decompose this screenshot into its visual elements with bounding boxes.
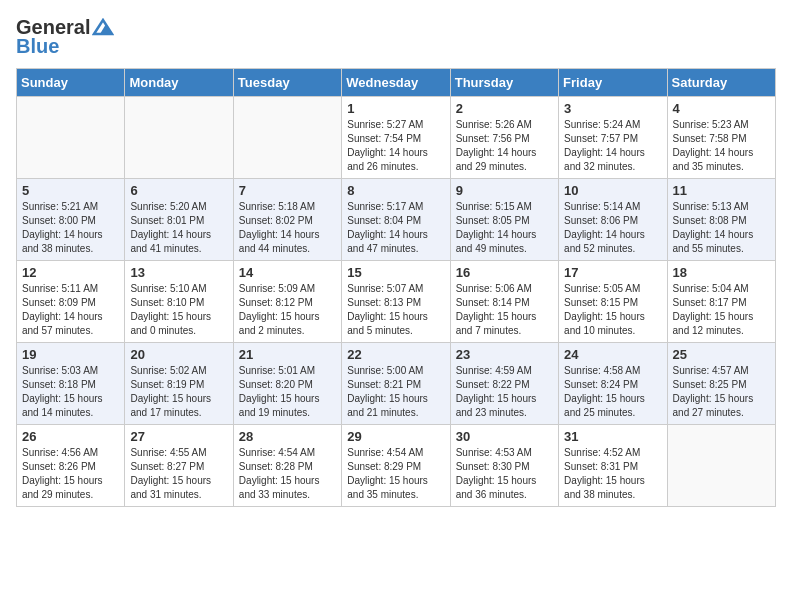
calendar-cell: 26Sunrise: 4:56 AMSunset: 8:26 PMDayligh… [17,425,125,507]
day-number: 9 [456,183,553,198]
day-number: 17 [564,265,661,280]
calendar-cell: 24Sunrise: 4:58 AMSunset: 8:24 PMDayligh… [559,343,667,425]
day-info: Sunrise: 5:00 AMSunset: 8:21 PMDaylight:… [347,364,444,420]
day-number: 27 [130,429,227,444]
weekday-header: Monday [125,69,233,97]
weekday-header: Thursday [450,69,558,97]
calendar-cell: 2Sunrise: 5:26 AMSunset: 7:56 PMDaylight… [450,97,558,179]
calendar-cell: 14Sunrise: 5:09 AMSunset: 8:12 PMDayligh… [233,261,341,343]
day-info: Sunrise: 5:21 AMSunset: 8:00 PMDaylight:… [22,200,119,256]
calendar-table: SundayMondayTuesdayWednesdayThursdayFrid… [16,68,776,507]
day-number: 1 [347,101,444,116]
day-info: Sunrise: 5:15 AMSunset: 8:05 PMDaylight:… [456,200,553,256]
day-info: Sunrise: 5:10 AMSunset: 8:10 PMDaylight:… [130,282,227,338]
day-number: 2 [456,101,553,116]
day-number: 19 [22,347,119,362]
day-info: Sunrise: 4:56 AMSunset: 8:26 PMDaylight:… [22,446,119,502]
day-number: 21 [239,347,336,362]
day-info: Sunrise: 5:27 AMSunset: 7:54 PMDaylight:… [347,118,444,174]
calendar-cell: 19Sunrise: 5:03 AMSunset: 8:18 PMDayligh… [17,343,125,425]
calendar-cell: 28Sunrise: 4:54 AMSunset: 8:28 PMDayligh… [233,425,341,507]
day-number: 3 [564,101,661,116]
weekday-header: Wednesday [342,69,450,97]
calendar-cell: 18Sunrise: 5:04 AMSunset: 8:17 PMDayligh… [667,261,775,343]
calendar-week-row: 1Sunrise: 5:27 AMSunset: 7:54 PMDaylight… [17,97,776,179]
calendar-cell: 23Sunrise: 4:59 AMSunset: 8:22 PMDayligh… [450,343,558,425]
calendar-cell: 31Sunrise: 4:52 AMSunset: 8:31 PMDayligh… [559,425,667,507]
day-number: 26 [22,429,119,444]
day-number: 8 [347,183,444,198]
day-info: Sunrise: 5:09 AMSunset: 8:12 PMDaylight:… [239,282,336,338]
day-info: Sunrise: 5:24 AMSunset: 7:57 PMDaylight:… [564,118,661,174]
day-info: Sunrise: 4:59 AMSunset: 8:22 PMDaylight:… [456,364,553,420]
day-number: 10 [564,183,661,198]
day-number: 20 [130,347,227,362]
day-info: Sunrise: 5:04 AMSunset: 8:17 PMDaylight:… [673,282,770,338]
day-number: 4 [673,101,770,116]
calendar-cell: 29Sunrise: 4:54 AMSunset: 8:29 PMDayligh… [342,425,450,507]
day-info: Sunrise: 4:58 AMSunset: 8:24 PMDaylight:… [564,364,661,420]
calendar-cell: 3Sunrise: 5:24 AMSunset: 7:57 PMDaylight… [559,97,667,179]
logo: General Blue [16,16,114,58]
logo-blue: Blue [16,35,59,58]
day-number: 22 [347,347,444,362]
day-number: 14 [239,265,336,280]
logo-icon [92,18,114,36]
calendar-cell: 11Sunrise: 5:13 AMSunset: 8:08 PMDayligh… [667,179,775,261]
calendar-week-row: 19Sunrise: 5:03 AMSunset: 8:18 PMDayligh… [17,343,776,425]
calendar-cell: 30Sunrise: 4:53 AMSunset: 8:30 PMDayligh… [450,425,558,507]
day-number: 11 [673,183,770,198]
calendar-cell: 16Sunrise: 5:06 AMSunset: 8:14 PMDayligh… [450,261,558,343]
day-number: 15 [347,265,444,280]
calendar-cell: 12Sunrise: 5:11 AMSunset: 8:09 PMDayligh… [17,261,125,343]
page-header: General Blue [16,16,776,58]
calendar-cell: 15Sunrise: 5:07 AMSunset: 8:13 PMDayligh… [342,261,450,343]
calendar-cell: 13Sunrise: 5:10 AMSunset: 8:10 PMDayligh… [125,261,233,343]
day-info: Sunrise: 5:01 AMSunset: 8:20 PMDaylight:… [239,364,336,420]
weekday-header: Sunday [17,69,125,97]
calendar-cell: 5Sunrise: 5:21 AMSunset: 8:00 PMDaylight… [17,179,125,261]
day-info: Sunrise: 5:03 AMSunset: 8:18 PMDaylight:… [22,364,119,420]
day-info: Sunrise: 5:23 AMSunset: 7:58 PMDaylight:… [673,118,770,174]
day-info: Sunrise: 4:55 AMSunset: 8:27 PMDaylight:… [130,446,227,502]
calendar-cell: 25Sunrise: 4:57 AMSunset: 8:25 PMDayligh… [667,343,775,425]
day-info: Sunrise: 5:11 AMSunset: 8:09 PMDaylight:… [22,282,119,338]
day-number: 24 [564,347,661,362]
day-info: Sunrise: 4:54 AMSunset: 8:29 PMDaylight:… [347,446,444,502]
day-number: 12 [22,265,119,280]
day-info: Sunrise: 5:06 AMSunset: 8:14 PMDaylight:… [456,282,553,338]
calendar-cell [233,97,341,179]
day-info: Sunrise: 5:13 AMSunset: 8:08 PMDaylight:… [673,200,770,256]
calendar-cell [17,97,125,179]
calendar-cell: 7Sunrise: 5:18 AMSunset: 8:02 PMDaylight… [233,179,341,261]
day-number: 16 [456,265,553,280]
day-number: 29 [347,429,444,444]
calendar-cell: 10Sunrise: 5:14 AMSunset: 8:06 PMDayligh… [559,179,667,261]
calendar-cell: 4Sunrise: 5:23 AMSunset: 7:58 PMDaylight… [667,97,775,179]
day-number: 25 [673,347,770,362]
calendar-cell: 1Sunrise: 5:27 AMSunset: 7:54 PMDaylight… [342,97,450,179]
day-info: Sunrise: 5:17 AMSunset: 8:04 PMDaylight:… [347,200,444,256]
weekday-header-row: SundayMondayTuesdayWednesdayThursdayFrid… [17,69,776,97]
calendar-cell: 21Sunrise: 5:01 AMSunset: 8:20 PMDayligh… [233,343,341,425]
day-number: 13 [130,265,227,280]
day-number: 31 [564,429,661,444]
day-info: Sunrise: 5:26 AMSunset: 7:56 PMDaylight:… [456,118,553,174]
day-number: 23 [456,347,553,362]
day-info: Sunrise: 5:14 AMSunset: 8:06 PMDaylight:… [564,200,661,256]
calendar-cell [125,97,233,179]
calendar-cell: 8Sunrise: 5:17 AMSunset: 8:04 PMDaylight… [342,179,450,261]
day-info: Sunrise: 4:57 AMSunset: 8:25 PMDaylight:… [673,364,770,420]
day-number: 30 [456,429,553,444]
calendar-cell: 6Sunrise: 5:20 AMSunset: 8:01 PMDaylight… [125,179,233,261]
day-info: Sunrise: 5:20 AMSunset: 8:01 PMDaylight:… [130,200,227,256]
calendar-cell: 27Sunrise: 4:55 AMSunset: 8:27 PMDayligh… [125,425,233,507]
day-info: Sunrise: 4:53 AMSunset: 8:30 PMDaylight:… [456,446,553,502]
calendar-week-row: 12Sunrise: 5:11 AMSunset: 8:09 PMDayligh… [17,261,776,343]
day-info: Sunrise: 5:02 AMSunset: 8:19 PMDaylight:… [130,364,227,420]
day-info: Sunrise: 4:52 AMSunset: 8:31 PMDaylight:… [564,446,661,502]
day-number: 6 [130,183,227,198]
day-number: 18 [673,265,770,280]
calendar-week-row: 26Sunrise: 4:56 AMSunset: 8:26 PMDayligh… [17,425,776,507]
weekday-header: Tuesday [233,69,341,97]
